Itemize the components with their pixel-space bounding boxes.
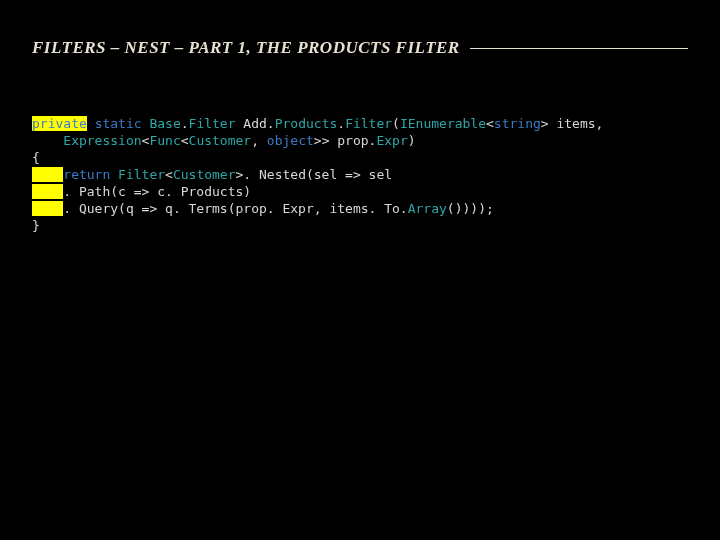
type: Base bbox=[149, 116, 180, 131]
hl-pad bbox=[32, 184, 63, 199]
keyword: object bbox=[267, 133, 314, 148]
type: Filter bbox=[118, 167, 165, 182]
code-line-5: . Path(c => c. Products) bbox=[32, 183, 688, 200]
code-line-4: return Filter<Customer>. Nested(sel => s… bbox=[32, 166, 688, 183]
type: Func bbox=[149, 133, 180, 148]
keyword: return bbox=[63, 167, 110, 182]
keyword: string bbox=[494, 116, 541, 131]
type: Products bbox=[275, 116, 338, 131]
code-block: private static Base.Filter Add.Products.… bbox=[32, 115, 688, 234]
slide: FILTERS – NEST – PART 1, THE PRODUCTS FI… bbox=[0, 0, 720, 540]
type: IEnumerable bbox=[400, 116, 486, 131]
type: Array bbox=[408, 201, 447, 216]
code-line-7: } bbox=[32, 217, 688, 234]
code-line-1: private static Base.Filter Add.Products.… bbox=[32, 115, 688, 132]
slide-title: FILTERS – NEST – PART 1, THE PRODUCTS FI… bbox=[32, 38, 470, 58]
type: Customer bbox=[189, 133, 252, 148]
hl-pad bbox=[32, 167, 63, 182]
title-row: FILTERS – NEST – PART 1, THE PRODUCTS FI… bbox=[32, 38, 688, 58]
code-line-3: { bbox=[32, 149, 688, 166]
type: Expr bbox=[376, 133, 407, 148]
code-line-6: . Query(q => q. Terms(prop. Expr, items.… bbox=[32, 200, 688, 217]
keyword: static bbox=[95, 116, 142, 131]
hl-keyword: private bbox=[32, 116, 87, 131]
type: Customer bbox=[173, 167, 236, 182]
hl-pad bbox=[32, 201, 63, 216]
type: Filter bbox=[189, 116, 236, 131]
type: Filter bbox=[345, 116, 392, 131]
code-line-2: Expression<Func<Customer, object>> prop.… bbox=[32, 132, 688, 149]
type: Expression bbox=[63, 133, 141, 148]
title-divider bbox=[470, 48, 688, 49]
